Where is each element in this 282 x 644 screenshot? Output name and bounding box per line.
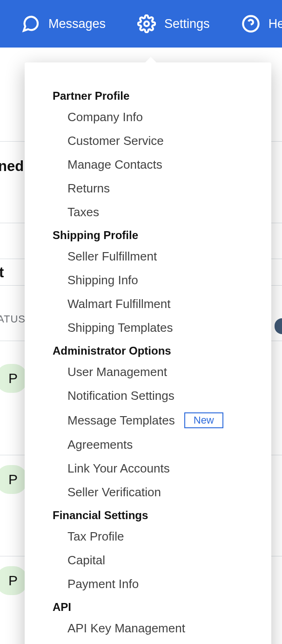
menu-link-accounts[interactable]: Link Your Accounts (25, 457, 271, 480)
menu-payment-info[interactable]: Payment Info (25, 572, 271, 596)
bg-text-ned: ned (0, 158, 24, 175)
menu-user-management[interactable]: User Management (25, 360, 271, 384)
chat-icon (21, 14, 40, 33)
menu-manage-contacts[interactable]: Manage Contacts (25, 153, 271, 177)
section-financial-settings: Financial Settings (25, 504, 271, 525)
menu-notification-settings[interactable]: Notification Settings (25, 384, 271, 408)
menu-seller-verification[interactable]: Seller Verification (25, 480, 271, 504)
nav-help[interactable]: Help (233, 0, 282, 48)
section-shipping-profile: Shipping Profile (25, 224, 271, 245)
svg-point-0 (144, 21, 149, 26)
nav-settings-label: Settings (164, 17, 210, 31)
menu-taxes[interactable]: Taxes (25, 200, 271, 224)
help-icon (242, 14, 260, 33)
top-nav: Messages Settings Help (0, 0, 282, 48)
bg-text-t: t (0, 264, 4, 281)
section-partner-profile: Partner Profile (25, 85, 271, 105)
menu-walmart-fulfillment[interactable]: Walmart Fulfillment (25, 292, 271, 316)
status-pill: P (0, 465, 28, 494)
menu-company-info[interactable]: Company Info (25, 105, 271, 129)
nav-messages-label: Messages (48, 17, 106, 31)
menu-shipping-templates[interactable]: Shipping Templates (25, 316, 271, 340)
side-handle[interactable] (275, 318, 282, 334)
menu-agreements[interactable]: Agreements (25, 433, 271, 457)
menu-message-templates[interactable]: Message Templates New (25, 408, 271, 433)
menu-tax-profile[interactable]: Tax Profile (25, 525, 271, 548)
gear-icon (137, 14, 156, 33)
settings-dropdown: Partner Profile Company Info Customer Se… (25, 62, 271, 644)
menu-shipping-info[interactable]: Shipping Info (25, 268, 271, 292)
bg-status-header: ATUS (0, 313, 26, 325)
section-admin-options: Administrator Options (25, 340, 271, 360)
menu-customer-service[interactable]: Customer Service (25, 129, 271, 153)
menu-seller-fulfillment[interactable]: Seller Fulfillment (25, 245, 271, 268)
status-pill: P (0, 566, 28, 595)
nav-help-label: Help (269, 17, 282, 31)
menu-returns[interactable]: Returns (25, 177, 271, 200)
nav-settings[interactable]: Settings (129, 0, 218, 48)
status-pill: P (0, 364, 28, 393)
new-badge: New (184, 412, 223, 428)
menu-capital[interactable]: Capital (25, 548, 271, 572)
section-api: API (25, 596, 271, 617)
menu-api-key-management[interactable]: API Key Management (25, 617, 271, 640)
nav-messages[interactable]: Messages (13, 0, 114, 48)
